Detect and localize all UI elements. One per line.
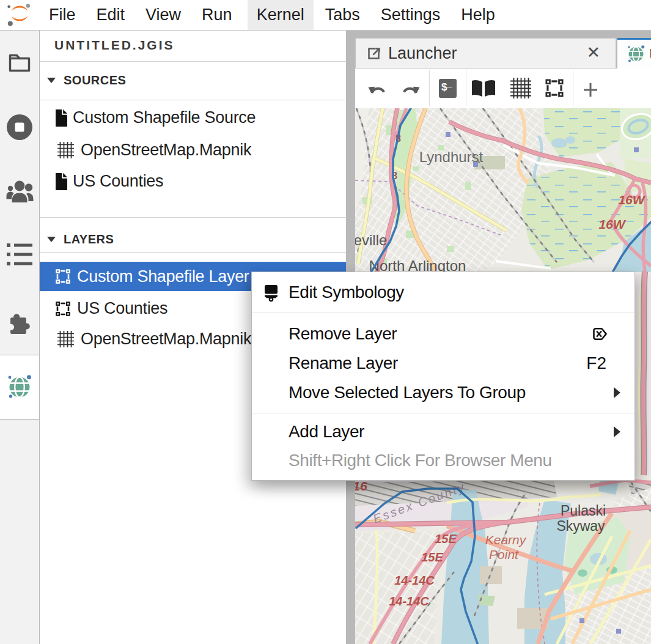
svg-text:eville: eville — [355, 232, 387, 248]
svg-text:14-14C: 14-14C — [389, 594, 429, 608]
svg-text:16W: 16W — [598, 217, 626, 231]
svg-text:16: 16 — [355, 479, 367, 493]
svg-text:Point: Point — [489, 547, 519, 561]
svg-text:16W: 16W — [618, 193, 645, 207]
svg-text:Skyway: Skyway — [556, 518, 605, 534]
svg-text:14-14C: 14-14C — [394, 574, 435, 587]
svg-text:Pulaski: Pulaski — [561, 503, 606, 519]
svg-text:Lyndhurst: Lyndhurst — [419, 149, 484, 165]
svg-text:15E: 15E — [421, 550, 443, 564]
svg-text:15E: 15E — [435, 532, 457, 546]
svg-text:Kearny: Kearny — [485, 533, 527, 547]
